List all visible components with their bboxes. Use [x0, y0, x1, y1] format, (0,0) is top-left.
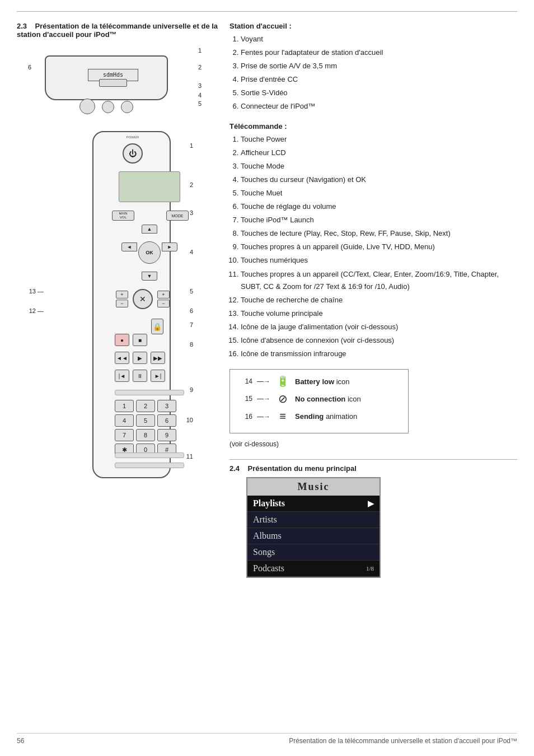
- num-7[interactable]: 7: [115, 429, 134, 441]
- mute-icon: ✕: [139, 295, 146, 304]
- menu-item-podcasts[interactable]: Podcasts 1/8: [247, 561, 380, 577]
- remote-num-11: 11: [186, 453, 193, 460]
- num-row-3: 7 8 9: [115, 429, 176, 441]
- menu-item-albums-label: Albums: [253, 531, 282, 541]
- station-item-3: Prise de sortie A/V de 3,5 mm: [241, 60, 517, 72]
- menu-item-artists-label: Artists: [253, 515, 277, 525]
- num-8[interactable]: 8: [136, 429, 155, 441]
- remote-section: Télécommande : Touche Power Afficheur LC…: [229, 122, 517, 361]
- skip-down[interactable]: −: [157, 300, 170, 307]
- menu-item-albums[interactable]: Albums: [247, 528, 380, 544]
- num-4[interactable]: 4: [115, 414, 134, 427]
- remote-item-10: Touches numériques: [241, 254, 517, 267]
- remote-item-12: Touche de recherche de chaîne: [241, 294, 517, 306]
- sending-label: Sending animation: [295, 412, 357, 421]
- skip-up[interactable]: +: [157, 291, 170, 298]
- num-3[interactable]: 3: [157, 400, 176, 412]
- no-connection-label: No connection icon: [295, 395, 361, 403]
- station-item-4: Prise d'entrée CC: [241, 73, 517, 86]
- vol-down[interactable]: −: [116, 300, 128, 307]
- ok-button[interactable]: OK: [138, 241, 161, 264]
- main-vol-button[interactable]: MAINVOL: [112, 211, 134, 221]
- playlists-arrow: ▶: [368, 499, 374, 508]
- power-button[interactable]: ⏻: [123, 143, 143, 164]
- section-header: 2.3 Présentation de la télécommande univ…: [17, 22, 218, 39]
- station-title: Station d'accueil :: [229, 22, 517, 30]
- lock-button[interactable]: 🔒: [151, 319, 163, 334]
- play-button[interactable]: ▶: [133, 352, 147, 364]
- icon-num-16: 16: [237, 413, 252, 421]
- remote-item-16: Icône de transmission infrarouge: [241, 348, 517, 360]
- remote-item-1: Touche Power: [241, 133, 517, 146]
- remote-body: ⏻ POWER MODE MAINVOL ▲: [92, 131, 171, 478]
- page-number: 56: [17, 737, 24, 745]
- num-2[interactable]: 2: [136, 400, 155, 412]
- dock-body: sdmHds: [45, 55, 168, 100]
- next-button[interactable]: ►|: [151, 370, 165, 382]
- stop-button[interactable]: ■: [133, 334, 147, 346]
- station-item-2: Fentes pour l'adaptateur de station d'ac…: [241, 46, 517, 59]
- mute-volume-area: + − ✕ + −: [116, 289, 170, 309]
- icon-row-15: 15 —→ ⊘ No connection icon: [237, 392, 401, 405]
- num-9[interactable]: 9: [157, 429, 176, 441]
- prev-button[interactable]: |◄: [115, 370, 129, 382]
- remote-label-13: 13 —: [29, 288, 44, 295]
- transport-row-1: ● ■: [115, 334, 147, 346]
- dock-diagram: sdmHds 1 2 3 4 5 6: [28, 44, 207, 117]
- right-column: Station d'accueil : Voyant Fentes pour l…: [229, 22, 517, 578]
- left-column: 2.3 Présentation de la télécommande univ…: [17, 22, 218, 578]
- dock-label-5: 5: [198, 100, 202, 107]
- dpad-left[interactable]: ◄: [121, 242, 137, 251]
- power-icon: ⏻: [129, 149, 137, 158]
- no-connection-icon: ⊘: [275, 392, 291, 405]
- menu-item-songs-label: Songs: [253, 547, 275, 557]
- section-24-divider: 2.4 Présentation du menu principal: [229, 459, 517, 473]
- dock-label-4: 4: [198, 92, 202, 99]
- dpad-up[interactable]: ▲: [142, 225, 157, 234]
- ff-button[interactable]: ▶▶: [151, 352, 165, 364]
- num-6[interactable]: 6: [157, 414, 176, 427]
- menu-item-songs[interactable]: Songs: [247, 544, 380, 561]
- section-24-title: Présentation du menu principal: [248, 464, 357, 473]
- remote-item-15: Icône d'absence de connexion (voir ci-de…: [241, 334, 517, 347]
- rec-button[interactable]: ●: [115, 334, 129, 346]
- dpad: ▲ ▼ ◄ ► OK: [121, 225, 177, 281]
- transport-row-2: ◄◄ ▶ ▶▶: [115, 352, 165, 364]
- dock-label-2: 2: [198, 64, 202, 71]
- top-divider: [17, 11, 517, 12]
- divider-3: [115, 463, 184, 468]
- remote-item-14: Icône de la jauge d'alimentation (voir c…: [241, 321, 517, 333]
- station-item-6: Connecteur de l'iPod™: [241, 100, 517, 113]
- num-row-1: 1 2 3: [115, 400, 176, 412]
- mute-button[interactable]: ✕: [133, 289, 153, 309]
- menu-item-podcasts-label: Podcasts: [253, 563, 284, 573]
- numpad: 1 2 3 4 5 6 7 8 9: [115, 400, 176, 458]
- num-5[interactable]: 5: [136, 414, 155, 427]
- remote-item-13: Touche volume principale: [241, 307, 517, 320]
- remote-num-9: 9: [190, 386, 193, 393]
- icon-num-15: 15: [237, 395, 252, 403]
- vol-up[interactable]: +: [116, 291, 128, 298]
- remote-item-8: Touches de lecture (Play, Rec, Stop, Rew…: [241, 227, 517, 240]
- remote-item-4: Touches du curseur (Navigation) et OK: [241, 174, 517, 186]
- rewind-button[interactable]: ◄◄: [115, 352, 129, 364]
- main-vol-label: MAINVOL: [119, 212, 128, 219]
- dpad-down[interactable]: ▼: [142, 272, 157, 281]
- station-list: Voyant Fentes pour l'adaptateur de stati…: [241, 33, 517, 113]
- remote-item-11: Touches propres à un appareil (CC/Text, …: [241, 268, 517, 293]
- pause-button[interactable]: ⏸: [133, 370, 147, 382]
- remote-item-5: Touche Muet: [241, 187, 517, 199]
- menu-item-artists[interactable]: Artists: [247, 512, 380, 528]
- menu-item-playlists[interactable]: Playlists ▶: [247, 496, 380, 512]
- lock-icon: 🔒: [153, 323, 162, 331]
- num-1[interactable]: 1: [115, 400, 134, 412]
- icon-row-14: 14 —→ 🔋 Battery low icon: [237, 375, 401, 388]
- remote-item-9: Touches propres à un appareil (Guide, Li…: [241, 241, 517, 253]
- section-24-number: 2.4: [229, 464, 240, 473]
- remote-title: Télécommande :: [229, 122, 517, 130]
- skip-controls: + −: [157, 291, 170, 307]
- mode-button[interactable]: MODE: [166, 211, 189, 221]
- section-number: 2.3: [17, 22, 27, 30]
- menu-screen: Music Playlists ▶ Artists Albums Songs P…: [246, 477, 381, 578]
- dpad-right[interactable]: ►: [162, 242, 177, 251]
